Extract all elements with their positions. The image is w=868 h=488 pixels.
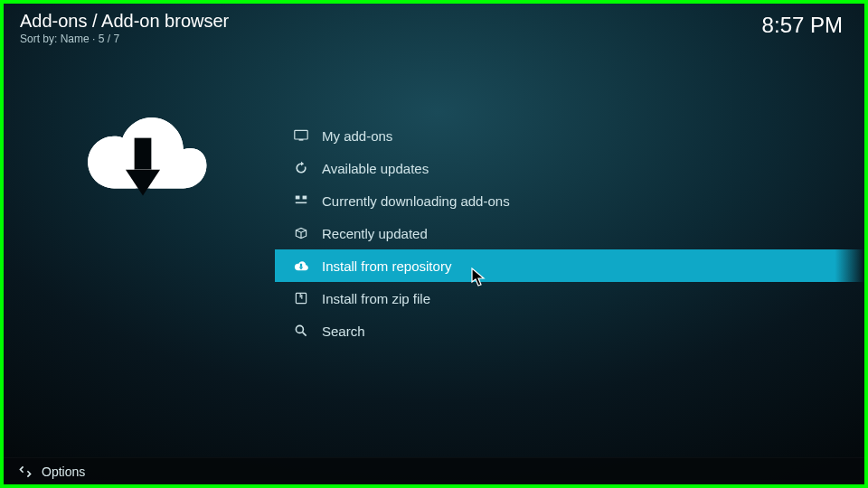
menu-item-label: Recently updated <box>322 226 428 241</box>
svg-point-13 <box>296 325 303 333</box>
addons-icon <box>289 129 313 142</box>
menu-item-label: Currently downloading add-ons <box>322 193 510 209</box>
sort-info: Sort by: Name · 5 / 7 <box>20 33 229 45</box>
svg-rect-8 <box>296 196 300 200</box>
menu-item-recently-updated[interactable]: Recently updated <box>275 217 864 249</box>
svg-rect-7 <box>299 139 304 141</box>
svg-rect-6 <box>295 130 307 139</box>
refresh-icon <box>289 161 313 175</box>
clock: 8:57 PM <box>762 13 843 45</box>
menu-item-label: Available updates <box>322 161 429 176</box>
menu-item-install-from-repository[interactable]: Install from repository <box>275 249 864 282</box>
breadcrumb-title: Add-ons / Add-on browser <box>20 11 229 32</box>
menu-item-label: Install from zip file <box>322 291 430 306</box>
menu-item-search[interactable]: Search <box>275 314 864 347</box>
menu-item-currently-downloading[interactable]: Currently downloading add-ons <box>275 184 864 217</box>
svg-rect-10 <box>300 264 302 267</box>
cloud-download-icon <box>289 259 313 272</box>
addon-menu: My add-ons Available updates Currently d… <box>275 119 864 347</box>
menu-item-label: Search <box>322 324 365 339</box>
options-icon[interactable] <box>18 465 33 479</box>
cloud-download-large-icon <box>71 89 215 233</box>
search-icon <box>289 324 313 338</box>
menu-item-my-addons[interactable]: My add-ons <box>275 119 864 152</box>
svg-rect-9 <box>303 196 307 200</box>
menu-item-available-updates[interactable]: Available updates <box>275 152 864 184</box>
menu-item-label: My add-ons <box>322 128 392 144</box>
menu-item-install-from-zip[interactable]: Install from zip file <box>275 282 864 314</box>
downloading-icon <box>289 194 313 207</box>
options-button[interactable]: Options <box>42 465 85 479</box>
box-icon <box>289 226 313 240</box>
menu-item-label: Install from repository <box>322 258 451 274</box>
header: Add-ons / Add-on browser Sort by: Name ·… <box>20 11 843 45</box>
zip-icon <box>289 291 313 305</box>
footer: Options <box>4 457 864 484</box>
svg-rect-12 <box>296 293 306 303</box>
